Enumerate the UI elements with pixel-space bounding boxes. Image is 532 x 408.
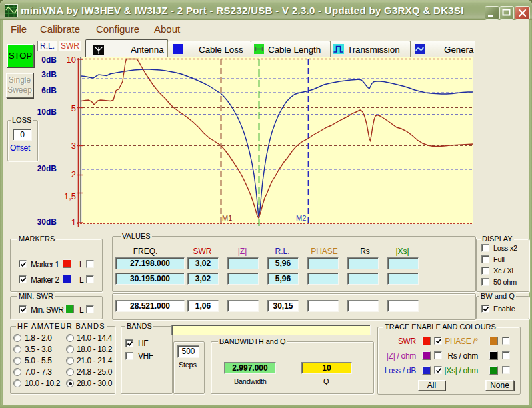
svg-text:M1: M1 (222, 214, 232, 222)
svg-text:M2: M2 (296, 214, 306, 222)
